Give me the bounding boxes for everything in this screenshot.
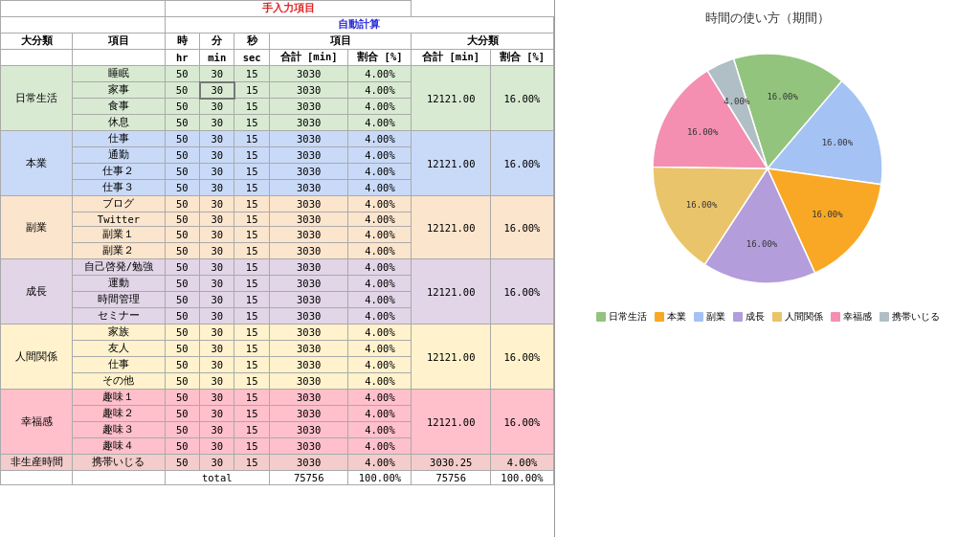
hr-cell[interactable]: 50 <box>165 66 199 82</box>
sec-cell[interactable]: 15 <box>234 131 269 147</box>
min-cell[interactable]: 30 <box>200 422 234 438</box>
item-ratio: 4.00% <box>348 196 412 213</box>
min-cell[interactable]: 30 <box>200 373 234 390</box>
hr-cell[interactable]: 50 <box>165 99 199 115</box>
sec-cell[interactable]: 15 <box>234 164 269 180</box>
item-ratio: 4.00% <box>348 164 412 180</box>
hr-cell[interactable]: 50 <box>165 406 199 422</box>
hr-cell[interactable]: 50 <box>165 422 199 438</box>
sec-cell[interactable]: 15 <box>234 115 269 131</box>
min-cell[interactable]: 30 <box>200 438 234 455</box>
min-cell[interactable]: 30 <box>200 164 234 180</box>
hr-cell[interactable]: 50 <box>165 390 199 406</box>
sec-cell[interactable]: 15 <box>234 147 269 164</box>
min-cell[interactable]: 30 <box>200 213 234 227</box>
sec-cell[interactable]: 15 <box>234 308 269 324</box>
min-cell[interactable]: 30 <box>200 324 234 341</box>
hr-cell[interactable]: 50 <box>165 180 199 196</box>
col-header-category: 大分類 <box>1 34 73 50</box>
legend-item: 成長 <box>733 310 765 324</box>
legend-label: 本業 <box>667 310 686 324</box>
col-header-category2: 大分類 <box>412 34 554 50</box>
sec-cell[interactable]: 15 <box>234 292 269 308</box>
item-name: 趣味３ <box>73 422 165 438</box>
sec-cell[interactable]: 15 <box>234 213 269 227</box>
hr-cell[interactable]: 50 <box>165 276 199 292</box>
sec-cell[interactable]: 15 <box>234 422 269 438</box>
sec-cell[interactable]: 15 <box>234 227 269 243</box>
min-cell[interactable]: 30 <box>200 341 234 357</box>
min-cell[interactable]: 30 <box>200 115 234 131</box>
min-cell[interactable]: 30 <box>200 308 234 324</box>
sec-cell[interactable]: 15 <box>234 99 269 115</box>
item-name: 仕事３ <box>73 180 165 196</box>
item-ratio: 4.00% <box>348 82 412 99</box>
min-cell[interactable]: 30 <box>200 180 234 196</box>
min-cell[interactable]: 30 <box>200 243 234 259</box>
min-cell[interactable]: 30 <box>200 227 234 243</box>
item-total: 3030 <box>269 373 348 390</box>
table-row: 副業ブログ50301530304.00%12121.0016.00% <box>1 196 554 213</box>
min-cell[interactable]: 30 <box>200 131 234 147</box>
sec-cell[interactable]: 15 <box>234 324 269 341</box>
hr-cell[interactable]: 50 <box>165 373 199 390</box>
item-ratio: 4.00% <box>348 324 412 341</box>
hr-cell[interactable]: 50 <box>165 82 199 99</box>
sec-cell[interactable]: 15 <box>234 196 269 213</box>
min-cell[interactable]: 30 <box>200 82 234 99</box>
hr-cell[interactable]: 50 <box>165 164 199 180</box>
min-cell[interactable]: 30 <box>200 390 234 406</box>
item-total: 3030 <box>269 227 348 243</box>
sec-cell[interactable]: 15 <box>234 276 269 292</box>
hr-cell[interactable]: 50 <box>165 292 199 308</box>
hr-cell[interactable]: 50 <box>165 438 199 455</box>
sec-cell[interactable]: 15 <box>234 341 269 357</box>
sec-cell[interactable]: 15 <box>234 259 269 276</box>
sec-cell[interactable]: 15 <box>234 243 269 259</box>
sec-cell[interactable]: 15 <box>234 373 269 390</box>
min-cell[interactable]: 30 <box>200 99 234 115</box>
item-name: 趣味４ <box>73 438 165 455</box>
hr-cell[interactable]: 50 <box>165 455 199 471</box>
hr-cell[interactable]: 50 <box>165 131 199 147</box>
item-total: 3030 <box>269 422 348 438</box>
hr-cell[interactable]: 50 <box>165 324 199 341</box>
legend-label: 成長 <box>746 310 765 324</box>
min-cell[interactable]: 30 <box>200 357 234 373</box>
min-cell[interactable]: 30 <box>200 259 234 276</box>
min-cell[interactable]: 30 <box>200 147 234 164</box>
table-row: 成長自己啓発/勉強50301530304.00%12121.0016.00% <box>1 259 554 276</box>
item-name: 家事 <box>73 82 165 99</box>
sec-cell[interactable]: 15 <box>234 66 269 82</box>
min-cell[interactable]: 30 <box>200 406 234 422</box>
sec-cell[interactable]: 15 <box>234 357 269 373</box>
item-name: ブログ <box>73 196 165 213</box>
sec-cell[interactable]: 15 <box>234 438 269 455</box>
hr-cell[interactable]: 50 <box>165 357 199 373</box>
hr-cell[interactable]: 50 <box>165 115 199 131</box>
item-total: 3030 <box>269 99 348 115</box>
hr-cell[interactable]: 50 <box>165 341 199 357</box>
hr-cell[interactable]: 50 <box>165 243 199 259</box>
pie-label: 16.00% <box>686 200 718 210</box>
sec-cell[interactable]: 15 <box>234 180 269 196</box>
sec-cell[interactable]: 15 <box>234 82 269 99</box>
legend-item: 人間関係 <box>772 310 823 324</box>
min-cell[interactable]: 30 <box>200 292 234 308</box>
item-ratio: 4.00% <box>348 147 412 164</box>
hr-cell[interactable]: 50 <box>165 213 199 227</box>
min-cell[interactable]: 30 <box>200 455 234 471</box>
sec-cell[interactable]: 15 <box>234 455 269 471</box>
hr-cell[interactable]: 50 <box>165 147 199 164</box>
min-cell[interactable]: 30 <box>200 196 234 213</box>
sec-cell[interactable]: 15 <box>234 390 269 406</box>
sec-cell[interactable]: 15 <box>234 406 269 422</box>
min-cell[interactable]: 30 <box>200 276 234 292</box>
hr-cell[interactable]: 50 <box>165 227 199 243</box>
hr-cell[interactable]: 50 <box>165 308 199 324</box>
min-cell[interactable]: 30 <box>200 66 234 82</box>
cat-ratio: 16.00% <box>490 324 553 390</box>
hr-cell[interactable]: 50 <box>165 259 199 276</box>
hr-cell[interactable]: 50 <box>165 196 199 213</box>
legend-color <box>831 312 840 322</box>
